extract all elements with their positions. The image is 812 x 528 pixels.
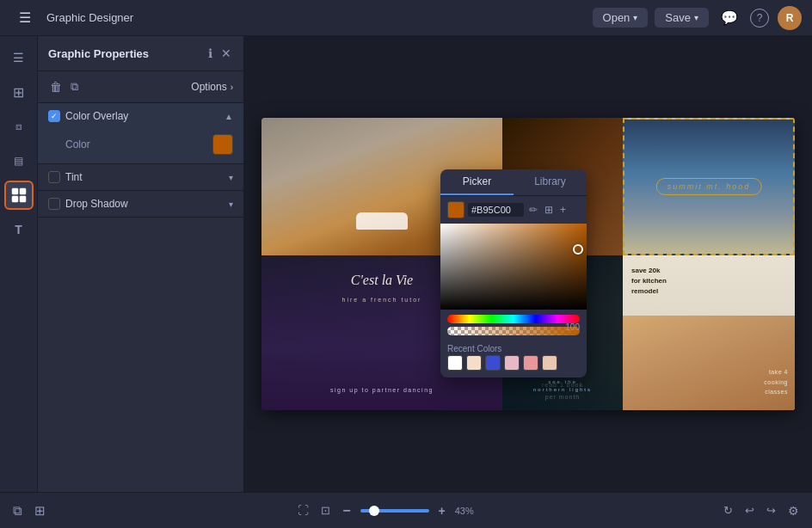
drop-shadow-checkbox[interactable]	[48, 198, 60, 210]
bottombar-center: ⛶ ⊡ − + 43%	[295, 500, 474, 521]
save-button[interactable]: Save ▾	[655, 8, 709, 28]
picker-grid-icon[interactable]: ⊞	[543, 202, 555, 218]
croissant-text: take 4cookingclasses	[764, 367, 788, 396]
kitchen-text: save 20kfor kitchenremodel	[631, 266, 667, 297]
tint-section: Tint ▾	[38, 164, 243, 191]
picker-color-preview[interactable]	[447, 201, 464, 218]
topbar-left: ☰ Graphic Designer	[10, 3, 584, 33]
zoom-in-btn[interactable]: +	[436, 501, 448, 520]
northern-text: see thenorthern lights	[502, 378, 623, 395]
zoom-slider-thumb[interactable]	[369, 506, 379, 516]
fit-icon-btn[interactable]: ⊡	[318, 501, 333, 519]
bottombar-right: ↻ ↩ ↪ ⚙	[721, 501, 802, 520]
picker-eyedropper-icon[interactable]: ✏	[527, 202, 539, 218]
canvas-area: Picker Library ✏ ⊞ + 100 Re	[244, 36, 812, 492]
open-button[interactable]: Open ▾	[593, 8, 649, 28]
save-chevron-icon: ▾	[694, 13, 698, 22]
recent-swatch-white[interactable]	[447, 355, 463, 371]
picker-tab-library[interactable]: Library	[514, 169, 587, 195]
help-icon-btn[interactable]: ?	[750, 9, 769, 28]
recent-swatch-tan[interactable]	[542, 355, 557, 371]
duplicate-icon-btn[interactable]: ⧉	[69, 78, 80, 95]
picker-opacity-row: 100	[440, 327, 587, 335]
color-row: Color	[38, 129, 243, 163]
sidebar-item-menu[interactable]: ☰	[4, 43, 34, 72]
color-sub-label: Color	[65, 138, 206, 150]
chat-icon-btn[interactable]: 💬	[717, 6, 741, 29]
bottombar: ⧉ ⊞ ⛶ ⊡ − + 43% ↻ ↩ ↪ ⚙	[0, 492, 812, 528]
color-overlay-header[interactable]: ✓ Color Overlay ▲	[38, 103, 243, 129]
picker-recent-label: Recent Colors	[440, 341, 587, 355]
color-swatch[interactable]	[212, 134, 233, 155]
options-row: 🗑 ⧉ Options ›	[38, 71, 243, 103]
options-left: 🗑 ⧉	[48, 78, 80, 95]
props-header-icons: ℹ ✕	[206, 45, 233, 62]
picker-opacity-slider[interactable]	[447, 327, 580, 335]
sidebar-item-layers[interactable]: ⊞	[4, 77, 34, 107]
recent-swatch-blue[interactable]	[485, 355, 501, 371]
picker-add-icon[interactable]: +	[558, 202, 568, 218]
topbar: ☰ Graphic Designer Open ▾ Save ▾ 💬 ? R	[0, 0, 812, 36]
zoom-out-btn[interactable]: −	[340, 500, 353, 521]
svg-rect-0	[12, 188, 18, 194]
open-chevron-icon: ▾	[633, 13, 637, 22]
tint-chevron-icon: ▾	[229, 173, 233, 182]
picker-gradient[interactable]	[440, 224, 587, 310]
menu-icon-btn[interactable]: ☰	[10, 3, 40, 33]
svg-rect-1	[20, 188, 26, 194]
undo-icon-btn[interactable]: ↩	[742, 501, 757, 519]
cell-croissant: take 4cookingclasses	[623, 316, 795, 410]
recent-swatch-peach[interactable]	[466, 355, 482, 371]
info-icon-btn[interactable]: ℹ	[206, 45, 214, 62]
topbar-right: 💬 ? R	[717, 6, 802, 30]
svg-rect-2	[12, 196, 18, 202]
sidebar-item-elements[interactable]	[4, 181, 34, 210]
zoom-slider[interactable]	[360, 509, 429, 513]
options-dropdown[interactable]: Options ›	[191, 81, 233, 93]
dancing-text: sign up to partner dancing	[261, 387, 502, 393]
settings-icon-btn[interactable]: ⚙	[785, 501, 802, 520]
color-picker-popup: Picker Library ✏ ⊞ + 100 Re	[440, 169, 587, 378]
drop-shadow-header[interactable]: Drop Shadow ▾	[38, 191, 243, 217]
color-overlay-chevron-icon: ▲	[225, 112, 233, 121]
cell-summit: summit mt. hood	[623, 118, 795, 255]
recent-swatch-pink1[interactable]	[504, 355, 520, 371]
sidebar-item-filters[interactable]: ⧈	[4, 112, 34, 141]
picker-hex-input[interactable]	[468, 203, 524, 217]
recent-swatch-pink2[interactable]	[523, 355, 538, 371]
zoom-label: 43%	[455, 506, 474, 516]
redo-icon-btn[interactable]: ↪	[764, 501, 778, 519]
sidebar-item-pages[interactable]: ▤	[4, 146, 34, 175]
sidebar-item-text[interactable]: T	[4, 215, 34, 244]
color-overlay-section: ✓ Color Overlay ▲ Color	[38, 103, 243, 164]
layers-icon-btn[interactable]: ⧉	[10, 500, 25, 521]
picker-tabs: Picker Library	[440, 169, 587, 196]
options-chevron-icon: ›	[231, 83, 233, 92]
main-layout: ☰ ⊞ ⧈ ▤ T Graphic Properties ℹ ✕ 🗑	[0, 36, 812, 492]
color-overlay-label: Color Overlay	[65, 110, 219, 122]
picker-opacity-value: 100	[565, 322, 580, 332]
drop-shadow-label: Drop Shadow	[65, 198, 224, 210]
refresh-icon-btn[interactable]: ↻	[721, 501, 735, 519]
picker-hue-slider[interactable]	[447, 315, 580, 323]
picker-gradient-thumb[interactable]	[573, 244, 583, 255]
fullscreen-icon-btn[interactable]: ⛶	[295, 501, 311, 519]
tint-header[interactable]: Tint ▾	[38, 164, 243, 190]
icon-toolbar: ☰ ⊞ ⧈ ▤ T	[0, 36, 38, 492]
topbar-center: Open ▾ Save ▾	[593, 8, 709, 28]
drop-shadow-section: Drop Shadow ▾	[38, 191, 243, 218]
tint-checkbox[interactable]	[48, 171, 60, 183]
props-panel: Graphic Properties ℹ ✕ 🗑 ⧉ Options › ✓ C…	[38, 36, 244, 492]
delete-icon-btn[interactable]: 🗑	[48, 78, 64, 95]
options-label: Options	[191, 81, 226, 93]
bottombar-left: ⧉ ⊞	[10, 500, 48, 521]
picker-tab-picker[interactable]: Picker	[440, 169, 514, 195]
close-icon-btn[interactable]: ✕	[219, 45, 233, 62]
drop-shadow-chevron-icon: ▾	[229, 200, 233, 209]
avatar[interactable]: R	[778, 6, 802, 30]
grid-icon-btn[interactable]: ⊞	[32, 500, 48, 521]
tint-label: Tint	[65, 171, 224, 183]
color-overlay-checkbox[interactable]: ✓	[48, 110, 60, 122]
props-title: Graphic Properties	[48, 47, 149, 60]
picker-recent-colors	[440, 355, 587, 378]
